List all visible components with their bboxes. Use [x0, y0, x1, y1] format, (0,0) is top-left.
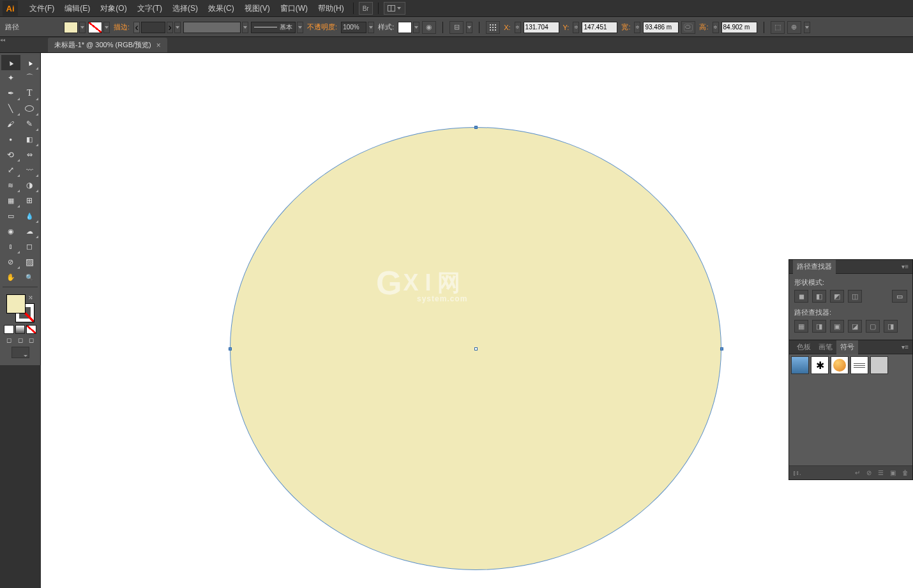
- shape-builder-tool[interactable]: [20, 177, 40, 193]
- perspective-grid-tool[interactable]: [1, 193, 20, 208]
- opacity-input[interactable]: [341, 22, 366, 33]
- fill-color[interactable]: [6, 294, 26, 313]
- scale-tool[interactable]: [1, 162, 20, 177]
- zoom-tool[interactable]: [20, 269, 40, 285]
- print-tiling-tool[interactable]: ▨: [20, 254, 40, 269]
- brush-definition[interactable]: 基本: [251, 22, 296, 33]
- align-icon[interactable]: ⊟: [449, 21, 464, 34]
- exclude-button[interactable]: ◫: [848, 290, 862, 303]
- pen-tool[interactable]: [1, 86, 20, 101]
- symbols-tab[interactable]: 符号: [836, 340, 858, 354]
- panel-menu-icon[interactable]: ▾≡: [902, 263, 912, 270]
- minus-front-button[interactable]: ◧: [812, 290, 826, 303]
- crop-button[interactable]: ◪: [848, 320, 862, 333]
- panel-menu-icon[interactable]: ▾≡: [902, 343, 912, 351]
- symbol-options-icon[interactable]: ☰: [878, 469, 884, 476]
- pathfinder-tab[interactable]: 路径查找器: [793, 260, 836, 274]
- link-wh-icon[interactable]: [681, 21, 695, 34]
- stroke-weight-down[interactable]: ‹: [133, 22, 140, 33]
- stroke-weight-input[interactable]: [141, 22, 165, 33]
- vwp-dropdown[interactable]: [242, 22, 248, 33]
- menu-help[interactable]: 帮助(H): [313, 3, 349, 14]
- extra-dropdown[interactable]: [804, 22, 810, 33]
- fill-swatch[interactable]: [64, 22, 78, 33]
- swatches-tab[interactable]: 色板: [793, 342, 815, 352]
- draw-inside-icon[interactable]: ◻: [26, 335, 36, 344]
- x-stepper[interactable]: ≑: [515, 22, 521, 33]
- stroke-swatch[interactable]: [88, 22, 102, 33]
- anchor-center[interactable]: [474, 347, 478, 351]
- divide-button[interactable]: ▦: [794, 320, 808, 333]
- artboard-tool[interactable]: [20, 239, 40, 254]
- intersect-button[interactable]: ◩: [830, 290, 844, 303]
- direct-selection-tool[interactable]: [20, 55, 40, 70]
- canvas[interactable]: G X I 网 system.com: [41, 53, 913, 588]
- fill-dropdown[interactable]: [79, 22, 86, 33]
- outline-button[interactable]: ▢: [866, 320, 880, 333]
- x-input[interactable]: [524, 22, 559, 33]
- stroke-dropdown[interactable]: [103, 22, 110, 33]
- isolate-icon[interactable]: ⬚: [771, 21, 785, 34]
- h-input[interactable]: [721, 22, 757, 33]
- gradient-mode-button[interactable]: [15, 325, 26, 334]
- stroke-weight-menu[interactable]: [174, 22, 181, 33]
- line-tool[interactable]: [1, 101, 20, 116]
- recolor-icon[interactable]: ◉: [422, 21, 436, 34]
- none-mode-button[interactable]: [26, 325, 36, 334]
- expand-button[interactable]: ▭: [892, 290, 907, 303]
- draw-normal-icon[interactable]: ◻: [4, 335, 14, 344]
- pencil-tool[interactable]: [20, 116, 40, 132]
- transform-reference[interactable]: [486, 21, 500, 34]
- y-input[interactable]: [582, 22, 617, 33]
- eyedropper-tool[interactable]: [20, 208, 40, 223]
- expand-panels-icon[interactable]: ◂◂: [0, 37, 6, 43]
- style-dropdown[interactable]: [413, 22, 419, 33]
- menu-file[interactable]: 文件(F): [24, 3, 59, 14]
- document-tab[interactable]: 未标题-1* @ 300% (RGB/预览) ×: [48, 38, 167, 52]
- symbol-library-icon[interactable]: ⫿⫾.: [793, 469, 801, 476]
- gradient-tool[interactable]: [1, 208, 20, 223]
- column-graph-tool[interactable]: [1, 239, 20, 254]
- type-tool[interactable]: [20, 86, 40, 101]
- stroke-control[interactable]: [88, 22, 110, 33]
- menu-type[interactable]: 文字(T): [132, 3, 167, 14]
- lasso-tool[interactable]: [20, 70, 40, 86]
- stroke-label[interactable]: 描边:: [114, 22, 130, 32]
- place-symbol-icon[interactable]: ↵: [855, 469, 860, 476]
- stroke-weight-up[interactable]: ›: [167, 22, 173, 33]
- swap-fill-stroke-icon[interactable]: ⤭: [28, 294, 33, 301]
- w-stepper[interactable]: ≑: [634, 22, 640, 33]
- magic-wand-tool[interactable]: [1, 70, 20, 86]
- w-input[interactable]: [643, 22, 679, 33]
- draw-behind-icon[interactable]: ◻: [15, 335, 26, 344]
- bridge-button[interactable]: Br: [359, 2, 373, 15]
- menu-edit[interactable]: 编辑(E): [59, 3, 95, 14]
- rotate-tool[interactable]: [1, 147, 20, 162]
- symbol-gradient[interactable]: [791, 356, 809, 374]
- width-tool[interactable]: [1, 177, 20, 193]
- unite-button[interactable]: ◼: [794, 290, 808, 303]
- menu-object[interactable]: 对象(O): [95, 3, 132, 14]
- menu-window[interactable]: 窗口(W): [275, 3, 313, 14]
- merge-button[interactable]: ▣: [830, 320, 844, 333]
- menu-effect[interactable]: 效果(C): [203, 3, 239, 14]
- break-link-icon[interactable]: ⊘: [866, 469, 871, 476]
- brushes-tab[interactable]: 画笔: [815, 342, 836, 352]
- eraser-tool[interactable]: [20, 132, 40, 147]
- reflect-tool[interactable]: [20, 147, 40, 162]
- new-symbol-icon[interactable]: ▣: [890, 469, 896, 476]
- screen-mode-button[interactable]: [11, 347, 29, 358]
- close-tab-icon[interactable]: ×: [156, 41, 161, 50]
- brush-dropdown[interactable]: [297, 22, 303, 33]
- symbol-orange-ball[interactable]: [831, 356, 849, 374]
- h-stepper[interactable]: ≑: [713, 22, 719, 33]
- hand-tool[interactable]: [1, 269, 20, 285]
- opacity-dropdown[interactable]: [368, 22, 374, 33]
- symbol-lines[interactable]: [850, 356, 868, 374]
- menu-view[interactable]: 视图(V): [239, 3, 275, 14]
- arrange-docs-button[interactable]: [384, 2, 405, 15]
- trim-button[interactable]: ◨: [812, 320, 826, 333]
- y-stepper[interactable]: ≑: [573, 22, 579, 33]
- blob-brush-tool[interactable]: [1, 132, 20, 147]
- minus-back-button[interactable]: ◨: [884, 320, 898, 333]
